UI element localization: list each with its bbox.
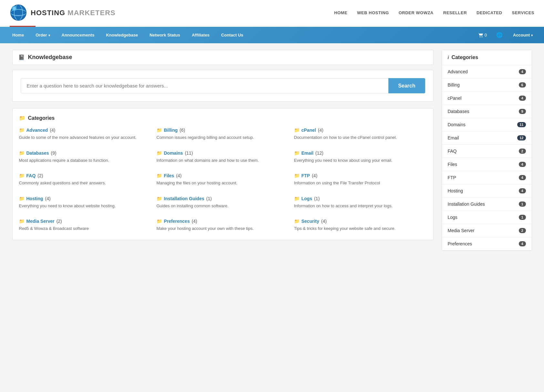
search-button[interactable]: Search xyxy=(388,78,425,93)
top-nav-reseller[interactable]: RESELLER xyxy=(443,10,467,15)
sidebar-cat-name: Email xyxy=(448,135,459,140)
category-link-hosting[interactable]: 📁 Hosting (4) xyxy=(19,196,152,201)
category-link-media-server[interactable]: 📁 Media Server (2) xyxy=(19,219,152,224)
sidebar-cat-email[interactable]: Email 12 xyxy=(442,131,532,145)
sidebar-cat-badge: 11 xyxy=(517,122,526,127)
account-button[interactable]: Account xyxy=(508,27,538,43)
category-count-domains: (11) xyxy=(185,150,193,156)
category-link-cpanel[interactable]: 📁 cPanel (4) xyxy=(294,128,427,133)
folder-icon-email: 📁 xyxy=(294,150,300,156)
sidebar-cat-badge: 2 xyxy=(519,228,526,233)
top-nav-dedicated[interactable]: DEDICATED xyxy=(477,10,502,15)
category-desc-ftp: Information on using the File Transfer P… xyxy=(294,180,427,186)
category-item-databases: 📁 Databases (9) Most applications requir… xyxy=(19,149,152,165)
sidebar-cat-name: Installation Guides xyxy=(448,201,485,207)
blue-nav-affiliates[interactable]: Affiliates xyxy=(186,27,215,43)
sidebar-cat-domains[interactable]: Domains 11 xyxy=(442,118,532,131)
globe-button[interactable]: 🌐 xyxy=(492,27,507,43)
blue-nav-contact-us[interactable]: Contact Us xyxy=(215,27,249,43)
category-desc-hosting: Everything you need to know about websit… xyxy=(19,203,152,209)
folder-icon-billing: 📁 xyxy=(157,128,162,133)
category-link-installation-guides[interactable]: 📁 Installation Guides (1) xyxy=(157,196,289,201)
category-item-security: 📁 Security (4) Tips & tricks for keeping… xyxy=(294,217,427,233)
top-nav-services[interactable]: SERVICES xyxy=(512,10,534,15)
logo-area: HOSTING MARKETERS xyxy=(10,4,116,22)
category-desc-media-server: Red5 & Wowza & Broadcast software xyxy=(19,225,152,232)
sidebar-cat-name: FAQ xyxy=(448,149,457,154)
blue-nav-order[interactable]: Order xyxy=(30,27,56,43)
sidebar-cat-name: cPanel xyxy=(448,96,462,101)
category-link-databases[interactable]: 📁 Databases (9) xyxy=(19,150,152,156)
sidebar-cat-preferences[interactable]: Preferences 4 xyxy=(442,237,532,251)
svg-point-5 xyxy=(13,7,16,10)
sidebar-info-icon: i xyxy=(448,55,449,60)
category-count-installation-guides: (1) xyxy=(206,196,212,201)
sidebar-cat-files[interactable]: Files 4 xyxy=(442,158,532,171)
category-link-security[interactable]: 📁 Security (4) xyxy=(294,219,427,224)
category-item-email: 📁 Email (12) Everything you need to know… xyxy=(294,149,427,165)
sidebar-categories: i Categories Advanced 4 Billing 6 cPanel… xyxy=(442,50,532,251)
sidebar-title: i Categories xyxy=(442,50,532,65)
search-input[interactable] xyxy=(21,78,389,93)
content-right: i Categories Advanced 4 Billing 6 cPanel… xyxy=(442,50,532,251)
logo-hosting: HOSTING xyxy=(31,9,65,17)
cart-button[interactable]: 0 xyxy=(474,27,491,43)
top-nav-order-wowza[interactable]: ORDER WOWZA xyxy=(399,10,434,15)
sidebar-cat-media-server[interactable]: Media Server 2 xyxy=(442,224,532,237)
categories-section: 📁 Categories 📁 Advanced (4) Guide to som… xyxy=(12,108,434,240)
content-left: 📓 Knowledgebase Search 📁 Categories 📁 Ad… xyxy=(12,50,434,251)
blue-nav-left: Home Order Announcements Knowledgebase N… xyxy=(6,27,249,43)
category-link-domains[interactable]: 📁 Domains (11) xyxy=(157,150,289,156)
blue-nav-knowledgebase[interactable]: Knowledgebase xyxy=(100,27,144,43)
sidebar-cat-faq[interactable]: FAQ 2 xyxy=(442,145,532,158)
category-link-files[interactable]: 📁 Files (4) xyxy=(157,173,289,178)
category-link-billing[interactable]: 📁 Billing (6) xyxy=(157,128,289,133)
category-item-preferences: 📁 Preferences (4) Make your hosting acco… xyxy=(157,217,289,233)
category-item-installation-guides: 📁 Installation Guides (1) Guides on inst… xyxy=(157,194,289,211)
category-desc-billing: Common issues regarding billing and acco… xyxy=(157,134,289,141)
sidebar-cat-badge: 4 xyxy=(519,188,526,193)
logo-text: HOSTING MARKETERS xyxy=(31,9,116,17)
folder-icon-domains: 📁 xyxy=(157,150,162,156)
sidebar-cat-cpanel[interactable]: cPanel 4 xyxy=(442,92,532,105)
search-form: Search xyxy=(21,78,425,93)
sidebar-cat-logs[interactable]: Logs 1 xyxy=(442,211,532,224)
category-link-ftp[interactable]: 📁 FTP (4) xyxy=(294,173,427,178)
svg-point-7 xyxy=(481,36,482,37)
sidebar-cat-badge: 1 xyxy=(519,201,526,207)
sidebar-cat-name: Billing xyxy=(448,82,460,88)
blue-nav-network-status[interactable]: Network Status xyxy=(144,27,186,43)
sidebar-cat-name: Preferences xyxy=(448,241,472,246)
sidebar-cat-billing[interactable]: Billing 6 xyxy=(442,78,532,92)
logo-globe xyxy=(10,4,27,22)
sidebar-cat-databases[interactable]: Databases 9 xyxy=(442,105,532,118)
category-link-advanced[interactable]: 📁 Advanced (4) xyxy=(19,128,152,133)
top-nav-web-hosting[interactable]: WEB HOSTING xyxy=(357,10,389,15)
category-item-media-server: 📁 Media Server (2) Red5 & Wowza & Broadc… xyxy=(19,217,152,233)
category-count-preferences: (4) xyxy=(192,219,197,224)
category-link-faq[interactable]: 📁 FAQ (2) xyxy=(19,173,152,178)
sidebar-cat-ftp[interactable]: FTP 4 xyxy=(442,171,532,184)
category-desc-databases: Most applications require a database to … xyxy=(19,157,152,164)
category-desc-domains: Information on what domains are and how … xyxy=(157,157,289,164)
sidebar-cat-advanced[interactable]: Advanced 4 xyxy=(442,65,532,78)
category-link-email[interactable]: 📁 Email (12) xyxy=(294,150,427,156)
category-item-hosting: 📁 Hosting (4) Everything you need to kno… xyxy=(19,194,152,211)
category-item-files: 📁 Files (4) Managing the files on your h… xyxy=(157,171,289,188)
blue-nav-announcements[interactable]: Announcements xyxy=(56,27,100,43)
folder-icon-advanced: 📁 xyxy=(19,128,25,133)
sidebar-cat-badge: 1 xyxy=(519,215,526,220)
category-link-preferences[interactable]: 📁 Preferences (4) xyxy=(157,219,289,224)
category-link-logs[interactable]: 📁 Logs (1) xyxy=(294,196,427,201)
folder-icon-cpanel: 📁 xyxy=(294,128,300,133)
blue-nav-home[interactable]: Home xyxy=(6,27,30,43)
sidebar-cat-installation-guides[interactable]: Installation Guides 1 xyxy=(442,198,532,211)
category-item-cpanel: 📁 cPanel (4) Documentation on how to use… xyxy=(294,126,427,142)
folder-icon-hosting: 📁 xyxy=(19,196,25,201)
sidebar-cat-badge: 6 xyxy=(519,82,526,88)
category-desc-logs: Information on how to access and interpr… xyxy=(294,203,427,209)
category-item-domains: 📁 Domains (11) Information on what domai… xyxy=(157,149,289,165)
sidebar-cat-name: Domains xyxy=(448,122,466,127)
top-nav-home[interactable]: HOME xyxy=(334,10,347,15)
sidebar-cat-hosting[interactable]: Hosting 4 xyxy=(442,184,532,198)
